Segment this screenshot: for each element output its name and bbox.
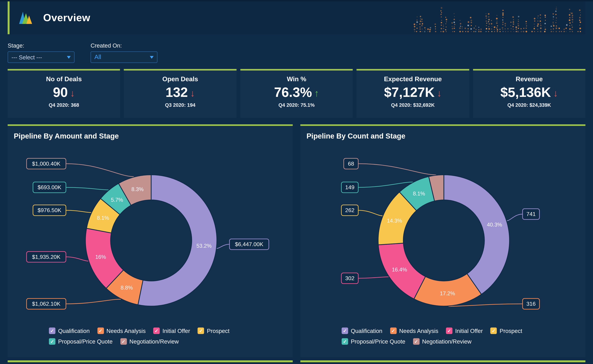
decorative-dot — [496, 22, 498, 24]
callout-value: $976.50K — [38, 207, 61, 213]
decorative-dot — [555, 22, 556, 23]
callout-value: $693.00K — [38, 184, 61, 190]
decorative-dot — [468, 25, 469, 26]
decorative-dot — [441, 16, 442, 17]
decorative-dot — [486, 13, 487, 14]
decorative-dot — [454, 31, 455, 32]
decorative-dot — [580, 15, 581, 15]
chart-panel-count: Pipeline By Count and Stage 40.3%17.2%16… — [300, 124, 585, 357]
decorative-dot — [531, 31, 533, 32]
decorative-dot — [454, 16, 455, 17]
legend-item-proposal-price-quote[interactable]: ✓Proposal/Price Quote — [342, 338, 405, 344]
decorative-dot — [491, 20, 492, 21]
callout-value: 149 — [345, 184, 354, 190]
decorative-dot — [561, 31, 562, 32]
chevron-down-icon — [150, 56, 153, 58]
decorative-dot — [521, 31, 522, 32]
decorative-dot — [414, 31, 415, 32]
decorative-dot — [555, 11, 557, 12]
decorative-dot — [471, 31, 472, 32]
decorative-dot — [556, 17, 557, 18]
decorative-dot — [441, 31, 441, 32]
decorative-dot — [569, 17, 570, 18]
decorative-dot — [537, 23, 539, 25]
decorative-dot — [516, 29, 517, 30]
decorative-dot — [569, 14, 570, 16]
decorative-dot — [420, 31, 421, 32]
kpi-value: $7,127K — [384, 85, 435, 100]
decorative-dot — [526, 21, 527, 22]
decorative-dot — [523, 31, 524, 32]
kpi-row: No of Deals 90 ↓ Q4 2020: 368 Open Deals… — [8, 69, 585, 118]
legend-item-proposal-price-quote[interactable]: ✓Proposal/Price Quote — [49, 338, 112, 344]
decorative-dot — [414, 29, 415, 30]
decorative-dot — [475, 29, 477, 30]
decorative-dot — [553, 13, 554, 14]
donut-chart-count: 40.3%17.2%16.4%14.3%8.1%7413163022621496… — [300, 142, 585, 325]
callout-leader-line — [507, 214, 523, 221]
legend-item-initial-offer[interactable]: ✓Initial Offer — [446, 328, 483, 334]
decorative-dot — [478, 27, 479, 28]
decorative-dot — [555, 27, 557, 29]
slice-percentage-label: 53.2% — [197, 243, 211, 249]
legend-item-negotiation-review[interactable]: ✓Negotiation/Review — [120, 338, 179, 344]
legend-item-prospect[interactable]: ✓Prospect — [198, 328, 230, 334]
decorative-dot — [537, 29, 538, 30]
legend-item-negotiation-review[interactable]: ✓Negotiation/Review — [413, 338, 471, 344]
decorative-dot — [553, 31, 554, 32]
decorative-dot — [571, 29, 573, 30]
created-on-filter-select[interactable]: All — [91, 51, 157, 63]
decorative-dot — [452, 26, 453, 27]
decorative-dot — [502, 29, 503, 30]
decorative-dot — [496, 27, 497, 29]
decorative-dot — [494, 26, 495, 28]
decorative-dot — [559, 31, 560, 32]
trend-down-icon: ↓ — [553, 88, 558, 98]
decorative-dot — [510, 31, 511, 32]
legend-item-initial-offer[interactable]: ✓Initial Offer — [153, 328, 190, 334]
callout-leader-line — [358, 182, 413, 188]
kpi-title: Win % — [240, 76, 353, 83]
stage-filter-select[interactable]: --- Select --- — [8, 51, 74, 63]
decorative-dot — [537, 31, 538, 32]
decorative-dot — [540, 23, 541, 24]
decorative-dot — [486, 18, 487, 19]
decorative-dot — [502, 27, 503, 29]
decorative-dot — [572, 26, 573, 28]
decorative-dot — [502, 14, 504, 16]
decorative-dot — [488, 21, 489, 22]
decorative-dot — [523, 28, 524, 29]
legend-item-needs-analysis[interactable]: ✓Needs Analysis — [390, 328, 438, 334]
chart-legend: ✓Qualification✓Needs Analysis✓Initial Of… — [300, 328, 585, 345]
decorative-dot — [497, 15, 497, 16]
decorative-dot — [579, 10, 581, 11]
legend-item-qualification[interactable]: ✓Qualification — [49, 328, 90, 334]
decorative-dot — [494, 29, 494, 30]
legend-item-qualification[interactable]: ✓Qualification — [342, 328, 382, 334]
decorative-dot — [420, 29, 421, 30]
decorative-dot — [526, 25, 527, 26]
decorative-dot — [507, 28, 508, 29]
decorative-dot — [443, 26, 444, 26]
decorative-dot — [540, 31, 541, 32]
kpi-title: No of Deals — [8, 76, 120, 83]
decorative-dot — [422, 23, 423, 24]
decorative-dot — [513, 26, 514, 27]
decorative-dot — [556, 20, 557, 21]
callout-value: 68 — [348, 161, 354, 167]
legend-item-prospect[interactable]: ✓Prospect — [490, 328, 522, 334]
decorative-dot — [566, 28, 567, 29]
decorative-dot — [564, 31, 565, 32]
decorative-dot — [446, 31, 447, 32]
callout-proposal-price-quote: $693.00K — [33, 182, 66, 193]
decorative-dot — [488, 26, 489, 27]
legend-item-needs-analysis[interactable]: ✓Needs Analysis — [97, 328, 145, 334]
pie-slice-qualification[interactable] — [444, 175, 509, 294]
decorative-dot — [566, 31, 567, 32]
kpi-card-expected-revenue: Expected Revenue $7,127K ↓ Q4 2020: $32,… — [357, 69, 469, 118]
decorative-dot — [504, 23, 506, 25]
decorative-dot — [551, 31, 552, 32]
decorative-dot — [572, 31, 573, 32]
legend-label: Negotiation/Review — [422, 338, 471, 344]
decorative-dot — [545, 15, 546, 16]
